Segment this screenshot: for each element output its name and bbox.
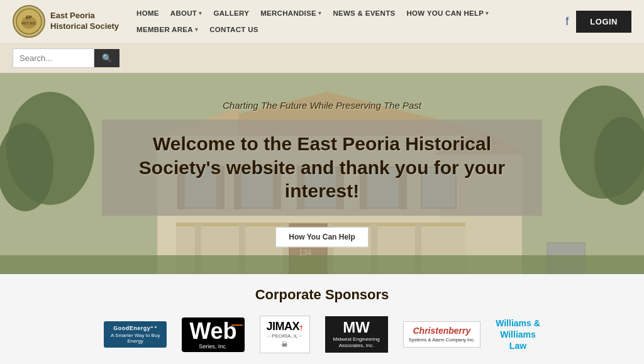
sponsor-good-energy[interactable]: GoodEnergy⁺⁺ A Smarter Way to Buy Energy xyxy=(104,316,167,353)
chevron-down-icon: ▾ xyxy=(195,26,198,33)
logo-icon: EP HIST SOC xyxy=(13,5,45,38)
sponsor-mw-midwest[interactable]: MW Midwest EngineeringAssociates, Inc. xyxy=(325,316,388,353)
hero-subtitle: Charting The Future While Preserving The… xyxy=(102,100,542,111)
chevron-down-icon: ▾ xyxy=(486,10,489,16)
search-button[interactable]: 🔍 xyxy=(94,49,119,67)
nav-how-you-can-help[interactable]: HOW YOU CAN HELP ▾ xyxy=(401,6,494,21)
nav-home[interactable]: HOME xyxy=(131,6,164,21)
nav-contact-us[interactable]: CONTACT US xyxy=(204,22,264,37)
search-icon: 🔍 xyxy=(102,53,112,63)
login-button[interactable]: LOGIN xyxy=(576,11,631,33)
sponsors-section: Corporate Sponsors GoodEnergy⁺⁺ A Smarte… xyxy=(0,274,644,364)
svg-text:HIST SOC: HIST SOC xyxy=(21,21,36,25)
sponsor-jimax[interactable]: JIMAX† ~ PEORIA, IL ~ ☠ xyxy=(260,316,310,353)
facebook-icon[interactable]: f xyxy=(565,15,569,28)
nav-gallery[interactable]: GALLERY xyxy=(209,6,255,21)
sponsors-title: Corporate Sponsors xyxy=(25,287,619,303)
site-title: East Peoria Historical Society xyxy=(50,11,119,32)
chevron-down-icon: ▾ xyxy=(318,10,321,16)
logo-area: EP HIST SOC East Peoria Historical Socie… xyxy=(13,5,119,38)
hero-title-band: Welcome to the East Peoria Historical So… xyxy=(102,119,542,216)
nav-member-area[interactable]: MEMBER AREA ▾ xyxy=(131,22,203,37)
hero-title: Welcome to the East Peoria Historical So… xyxy=(121,132,523,203)
site-header: EP HIST SOC East Peoria Historical Socie… xyxy=(0,0,644,43)
header-right: f LOGIN xyxy=(565,11,631,33)
sponsor-williams-law[interactable]: Williams &WilliamsLaw xyxy=(496,316,540,353)
search-bar: 🔍 xyxy=(0,43,644,73)
nav-merchandise[interactable]: MERCHANDISE ▾ xyxy=(255,6,326,21)
nav-news-events[interactable]: NEWS & EVENTS xyxy=(328,6,400,21)
hero-content: Charting The Future While Preserving The… xyxy=(102,100,542,247)
svg-text:EP: EP xyxy=(26,15,32,19)
how-you-can-help-button[interactable]: How You Can Help xyxy=(275,227,369,247)
sponsor-christenberry[interactable]: Christenberry Systems & Alarm Company In… xyxy=(403,316,480,353)
nav-about[interactable]: ABOUT ▾ xyxy=(165,6,208,21)
main-nav: HOME ABOUT ▾ GALLERY MERCHANDISE ▾ NEWS … xyxy=(131,6,553,37)
sponsors-row: GoodEnergy⁺⁺ A Smarter Way to Buy Energy… xyxy=(25,316,619,353)
search-input[interactable] xyxy=(13,48,94,68)
chevron-down-icon: ▾ xyxy=(199,10,202,16)
sponsor-web-series[interactable]: ⸻ Web Series, Inc. xyxy=(182,316,244,353)
hero-section: 134 Charting The Future While Preserving… xyxy=(0,73,644,274)
